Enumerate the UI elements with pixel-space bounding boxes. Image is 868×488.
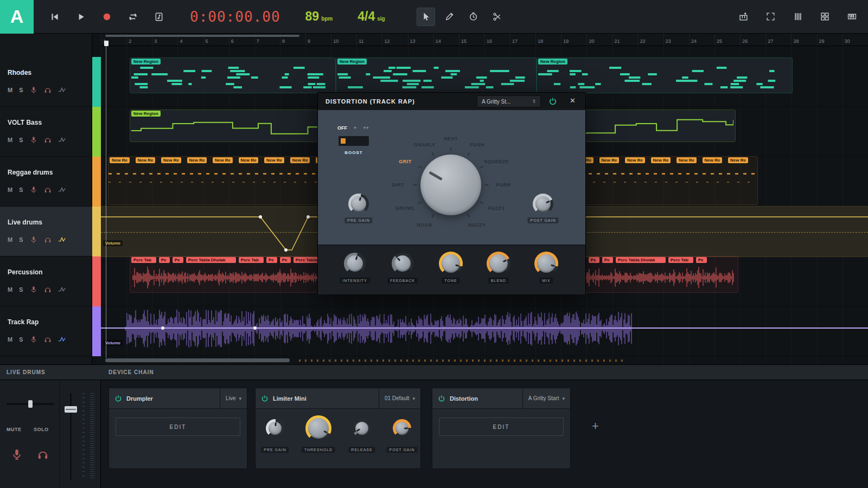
blend-knob[interactable] (487, 252, 510, 275)
monitor-icon[interactable] (44, 336, 52, 343)
midi-keyboard-icon[interactable] (844, 8, 859, 26)
skip-to-start-button[interactable] (48, 10, 62, 24)
region-chip[interactable]: New Re (676, 157, 697, 163)
solo-button[interactable]: S (19, 236, 23, 243)
monitor-icon[interactable] (44, 186, 52, 194)
automation-point[interactable] (161, 326, 164, 330)
quantize-tool-button[interactable] (464, 8, 483, 26)
region-chip[interactable]: New Re (213, 157, 233, 163)
device-preset-selector[interactable]: Live ▾ (220, 388, 241, 408)
region-label[interactable]: New Region (337, 59, 367, 65)
visible-range-bar[interactable] (105, 35, 299, 37)
region-chip[interactable]: Perc Tabla Dholak (616, 257, 666, 263)
threshold-knob[interactable] (305, 415, 331, 441)
boost-plus-button[interactable]: + (354, 125, 356, 131)
region-chip[interactable]: New Re (161, 157, 181, 163)
mix-knob[interactable] (534, 252, 558, 275)
automation-icon[interactable] (58, 286, 66, 293)
region-chip[interactable]: New Re (599, 157, 620, 163)
playhead-line[interactable] (106, 46, 106, 358)
scissors-tool-button[interactable] (488, 8, 507, 26)
record-arm-mic-icon[interactable] (11, 448, 23, 463)
tone-knob[interactable] (439, 252, 463, 275)
mic-icon[interactable] (30, 186, 37, 194)
mute-button[interactable]: M (8, 137, 12, 143)
region-chip[interactable]: Pe (602, 257, 613, 263)
mute-button[interactable]: M (8, 236, 12, 243)
monitor-headphones-icon[interactable] (37, 448, 49, 463)
app-logo[interactable]: A (0, 0, 34, 34)
region-chip[interactable]: Perc Tab (131, 257, 156, 263)
close-icon[interactable]: ✕ (570, 97, 576, 105)
pencil-tool-button[interactable] (441, 8, 459, 26)
region-label[interactable]: New Region (131, 59, 161, 65)
track-row-reggae-drums[interactable]: Reggae drumsMS (0, 157, 92, 207)
region-chip[interactable]: New Re (703, 157, 723, 163)
region-chip[interactable]: New Re (728, 157, 748, 163)
expand-view-icon[interactable] (763, 8, 778, 26)
mixer-grid-icon[interactable] (817, 8, 832, 26)
plugin-window-header[interactable]: DISTORTION (TRACK RAP) A Gritty St... ⇕ … (318, 93, 585, 110)
device-preset-selector[interactable]: 01 Default ▾ (379, 388, 415, 408)
pan-slider[interactable] (7, 403, 54, 405)
record-button[interactable] (100, 10, 114, 24)
pre-gain-knob[interactable] (348, 194, 369, 214)
plugin-preset-selector[interactable]: A Gritty St... ⇕ (477, 95, 541, 107)
solo-button[interactable]: S (19, 87, 23, 93)
region-chip[interactable]: New Re (110, 157, 130, 163)
power-icon[interactable] (114, 395, 122, 402)
region-rhodes-2[interactable]: New Region (336, 58, 536, 93)
region-rhodes-3[interactable]: New Region (537, 58, 792, 93)
pre-gain-knob[interactable] (266, 419, 284, 438)
region-label[interactable]: New Region (538, 59, 567, 65)
region-chip[interactable]: Perc Tab (668, 257, 693, 263)
region-chip[interactable]: Pe (696, 257, 707, 263)
monitor-icon[interactable] (44, 136, 52, 144)
device-preset-selector[interactable]: A Gritty Start ▾ (522, 388, 565, 408)
power-icon[interactable] (261, 395, 269, 402)
track-row-percussion[interactable]: PercussionMS (0, 256, 92, 306)
power-icon[interactable] (438, 395, 445, 402)
region-chip[interactable]: Pe (589, 257, 599, 263)
loop-button[interactable] (126, 10, 140, 24)
region-rhodes-1[interactable]: New Region (130, 58, 335, 93)
post-gain-knob[interactable] (533, 194, 553, 214)
region-chip[interactable]: New Re (187, 157, 207, 163)
solo-button[interactable]: SOLO (34, 427, 49, 432)
automation-point[interactable] (253, 326, 257, 330)
time-signature-display[interactable]: 4/4 sig (358, 9, 385, 24)
region-chip[interactable]: New Re (239, 157, 259, 163)
region-chip[interactable]: Pe (266, 257, 277, 263)
solo-button[interactable]: S (19, 336, 23, 343)
release-knob[interactable] (353, 419, 371, 438)
mic-icon[interactable] (30, 286, 37, 293)
mute-button[interactable]: MUTE (7, 427, 22, 432)
feedback-knob[interactable] (392, 253, 413, 274)
track-row-rhodes[interactable]: RhodesMS (0, 57, 92, 107)
timeline-ruler[interactable]: 1234567891011121314151617181920212223242… (101, 34, 868, 46)
boost-off-button[interactable]: OFF (337, 125, 347, 131)
fader-thumb[interactable] (65, 406, 77, 413)
mic-icon[interactable] (30, 336, 37, 343)
intensity-knob[interactable] (344, 253, 366, 274)
track-row-live-drums[interactable]: Live drumsMS (0, 207, 92, 256)
mute-button[interactable]: M (8, 286, 12, 293)
region-chip[interactable]: New Re (136, 157, 156, 163)
mic-icon[interactable] (30, 236, 37, 243)
region-chip[interactable]: Pe (159, 257, 170, 263)
pan-slider-thumb[interactable] (28, 400, 33, 408)
region-chip[interactable]: Perc Tab (239, 257, 264, 263)
solo-button[interactable]: S (19, 187, 23, 193)
boost-toggle[interactable] (339, 136, 369, 146)
edit-device-button[interactable]: EDIT (116, 418, 240, 436)
post-gain-knob[interactable] (393, 419, 411, 438)
region-chip[interactable]: New Re (290, 157, 310, 163)
volume-automation-line[interactable] (101, 328, 868, 329)
play-button[interactable] (74, 10, 88, 24)
playhead-marker[interactable] (104, 41, 108, 46)
pointer-tool-button[interactable] (417, 8, 435, 26)
bpm-display[interactable]: 89 bpm (305, 9, 333, 24)
track-row-track-rap[interactable]: Track RapMS (0, 306, 92, 356)
mic-icon[interactable] (30, 86, 37, 94)
region-chip[interactable]: New Re (651, 157, 671, 163)
